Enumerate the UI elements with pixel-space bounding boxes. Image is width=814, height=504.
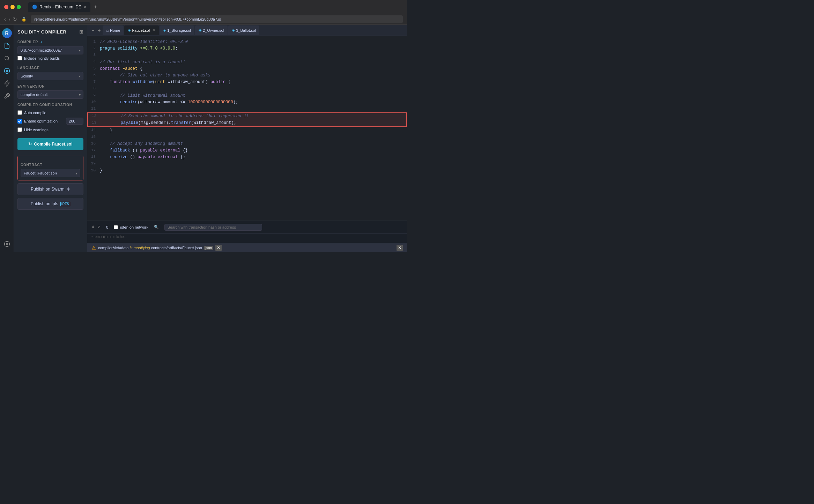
minimize-button[interactable] <box>10 5 15 9</box>
nav-buttons: ‹ › ↻ <box>4 16 17 22</box>
hide-warnings-checkbox[interactable] <box>17 127 22 132</box>
compiler-plus-icon[interactable]: + <box>40 40 43 44</box>
code-line-11: 11 <box>87 106 407 112</box>
panel-title-text: SOLIDITY COMPILER <box>17 29 66 35</box>
enable-optimization-label: Enable optimization <box>24 119 58 123</box>
optimization-row: Enable optimization <box>17 116 83 126</box>
sidebar-icon-deploy[interactable] <box>1 78 13 89</box>
faucet-sol-icon: ◈ <box>128 28 131 32</box>
contract-section-label: CONTRACT <box>21 163 80 167</box>
svg-point-3 <box>6 70 8 72</box>
notification-close-x2[interactable]: ✕ <box>397 245 403 251</box>
browser-chrome: 🔵 Remix - Ethereum IDE ✕ + <box>0 0 407 14</box>
publish-swarm-button[interactable]: Publish on Swarm ❋ <box>17 183 83 195</box>
url-input[interactable] <box>31 15 403 23</box>
language-section-label: LANGUAGE <box>17 66 83 70</box>
compile-icon: ↻ <box>28 142 32 147</box>
auto-compile-checkbox[interactable] <box>17 110 22 115</box>
contract-section: CONTRACT Faucet (Faucet.sol) ▾ <box>17 156 83 180</box>
swarm-icon: ❋ <box>67 187 70 192</box>
svg-point-7 <box>6 243 8 245</box>
hash-search-input[interactable] <box>164 224 262 231</box>
new-tab-button[interactable]: + <box>92 3 99 11</box>
notification-right: ✕ <box>397 245 403 251</box>
include-nightly-checkbox[interactable] <box>17 56 22 60</box>
browser-tab-close[interactable]: ✕ <box>83 5 86 9</box>
tab-2-owner[interactable]: ◈ 2_Owner.sol <box>195 25 228 35</box>
listen-on-network-checkbox[interactable] <box>114 225 118 229</box>
notification-bar: ⚠ compilerMetadata is modifying contract… <box>87 243 407 252</box>
zoom-out-icon[interactable]: − <box>90 26 96 35</box>
remix-logo: R <box>2 28 12 38</box>
sidebar-icon-settings[interactable] <box>1 238 13 250</box>
panel-settings-icon[interactable]: ⊞ <box>79 29 84 35</box>
sidebar-icon-search[interactable] <box>1 53 13 64</box>
code-line-12: 12 // Send the amount to the address tha… <box>87 112 407 120</box>
code-line-10: 10 require(withdraw_amount <= 1000000000… <box>87 99 407 106</box>
double-arrow-icon[interactable]: ⇕ <box>91 225 95 229</box>
compile-label: Compile Faucet.sol <box>34 142 72 147</box>
tab-favicon: 🔵 <box>32 5 37 9</box>
nav-forward-button[interactable]: › <box>9 16 10 22</box>
language-select[interactable]: Solidity Yul <box>17 72 83 80</box>
code-line-6: 6 // Give out ether to anyone who asks <box>87 72 407 79</box>
evm-select-wrapper: compiler default berlin istanbul ▾ <box>17 90 83 99</box>
tab-faucet-close-icon[interactable]: ✕ <box>153 28 155 32</box>
code-line-9: 9 // Limit withdrawal amount <box>87 92 407 99</box>
code-line-15: 15 <box>87 134 407 141</box>
compiler-select[interactable]: 0.8.7+commit.e28d00a7 0.8.6+commit.11564… <box>17 46 83 54</box>
compile-button[interactable]: ↻ Compile Faucet.sol <box>17 138 83 150</box>
search-icon: 🔍 <box>154 225 159 229</box>
sidebar-icon-compiler[interactable] <box>1 65 13 76</box>
url-bar: ‹ › ↻ 🔒 <box>0 14 407 25</box>
log-area: • remix (run remix.he... <box>87 233 407 243</box>
sidebar-icon-files[interactable] <box>1 40 13 51</box>
code-editor[interactable]: 1 // SPDX-License-Identifier: GPL-3.0 2 … <box>87 36 407 221</box>
publish-ipfs-button[interactable]: Publish on Ipfs IPFS <box>17 198 83 210</box>
nav-back-button[interactable]: ‹ <box>4 16 6 22</box>
optimization-runs-input[interactable] <box>66 118 83 125</box>
home-icon: ⌂ <box>106 28 109 32</box>
editor-tabs: − + ⌂ Home ◈ Faucet.sol ✕ ◈ 1_Storage.so… <box>87 25 407 36</box>
include-nightly-row: Include nightly builds <box>17 54 83 62</box>
code-line-17: 17 fallback () payable external {} <box>87 147 407 154</box>
bottom-icons: ⇕ ⊘ <box>91 225 101 229</box>
code-line-1: 1 // SPDX-License-Identifier: GPL-3.0 <box>87 39 407 45</box>
notification-close-x1[interactable]: ✕ <box>215 245 222 251</box>
stop-icon[interactable]: ⊘ <box>97 225 101 229</box>
compiler-section-label: COMPILER + <box>17 40 83 44</box>
evm-select[interactable]: compiler default berlin istanbul <box>17 90 83 99</box>
code-line-3: 3 <box>87 52 407 59</box>
compiler-select-wrapper: 0.8.7+commit.e28d00a7 0.8.6+commit.11564… <box>17 46 83 54</box>
maximize-button[interactable] <box>17 5 21 9</box>
json-badge: json <box>204 246 213 250</box>
close-button[interactable] <box>4 5 8 9</box>
zoom-in-icon[interactable]: + <box>96 26 102 35</box>
tab-3-ballot[interactable]: ◈ 3_Ballot.sol <box>228 25 259 35</box>
ballot-icon: ◈ <box>232 28 235 32</box>
code-line-14: 14 } <box>87 127 407 134</box>
tab-faucet-sol[interactable]: ◈ Faucet.sol ✕ <box>124 25 159 35</box>
hide-warnings-row: Hide warnings <box>17 126 83 133</box>
tab-ballot-label: 3_Ballot.sol <box>236 28 256 32</box>
browser-tab-active[interactable]: 🔵 Remix - Ethereum IDE ✕ <box>28 2 90 12</box>
enable-optimization-checkbox[interactable] <box>17 119 22 124</box>
transaction-counter: 0 <box>106 225 108 229</box>
nav-refresh-button[interactable]: ↻ <box>13 16 17 22</box>
code-line-16: 16 // Accept any incoming amount <box>87 141 407 147</box>
tab-1-storage[interactable]: ◈ 1_Storage.sol <box>160 25 194 35</box>
code-line-7: 7 function withdraw(uint withdraw_amount… <box>87 79 407 86</box>
auto-compile-row: Auto compile <box>17 109 83 116</box>
contract-select[interactable]: Faucet (Faucet.sol) <box>21 169 80 177</box>
owner-icon: ◈ <box>199 28 201 32</box>
tab-home-label: Home <box>110 28 120 32</box>
tab-home[interactable]: ⌂ Home <box>103 25 124 35</box>
sidebar-icon-plugins[interactable] <box>1 90 13 102</box>
code-line-2: 2 pragma solidity >=0.7.0 <0.9.0; <box>87 45 407 52</box>
publish-ipfs-label: Publish on Ipfs <box>31 201 58 206</box>
sidebar-icon-logo[interactable]: R <box>1 28 13 39</box>
auto-compile-label: Auto compile <box>24 111 46 115</box>
lock-icon: 🔒 <box>21 17 27 22</box>
browser-tab-bar: 🔵 Remix - Ethereum IDE ✕ + <box>28 2 403 12</box>
code-line-20: 20 } <box>87 168 407 174</box>
